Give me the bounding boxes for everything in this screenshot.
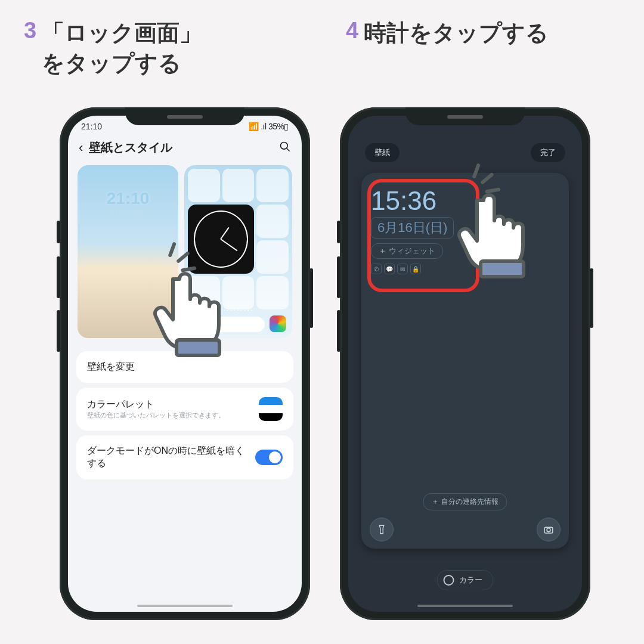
call-icon: ✆ — [371, 264, 382, 274]
lockscreen-editor: 壁紙 完了 15:36 6月16日(日) ウィジェット ✆ 💬 ✉ 🔒 自分の連… — [348, 116, 582, 612]
step4-text: 時計をタップする — [364, 18, 549, 48]
step3-number: 3 — [24, 18, 36, 44]
page-title: 壁紙とスタイル — [89, 140, 273, 156]
preview-clock-widget — [188, 205, 254, 274]
preview-widget-cell — [222, 169, 255, 202]
phone-left: 21:10 📶 .ıl 35%▯ ‹ 壁紙とスタイル 21:10 WEDNESD… — [60, 107, 310, 620]
dark-mode-label: ダークモードがONの時に壁紙を暗くする — [87, 445, 248, 470]
add-widget-button[interactable]: ウィジェット — [371, 243, 443, 259]
preview-widget-cell — [188, 169, 220, 202]
change-wallpaper-row[interactable]: 壁紙を変更 — [76, 351, 293, 383]
phone-right: 壁紙 完了 15:36 6月16日(日) ウィジェット ✆ 💬 ✉ 🔒 自分の連… — [340, 107, 590, 620]
palette-title: カラーパレット — [87, 398, 252, 411]
phone-side-button — [57, 310, 60, 352]
wallpaper-settings-screen: 21:10 📶 .ıl 35%▯ ‹ 壁紙とスタイル 21:10 WEDNESD… — [68, 116, 302, 612]
preview-widget-cell — [256, 169, 289, 202]
lock-icon: 🔒 — [410, 264, 421, 274]
preview-widget-cell — [222, 276, 255, 309]
svg-line-1 — [287, 148, 290, 151]
phone-side-button — [337, 221, 340, 243]
title-bar: ‹ 壁紙とスタイル — [68, 131, 302, 159]
preview-widget-cell — [188, 276, 220, 309]
clock-minute-hand — [220, 239, 237, 251]
lockscreen-canvas: 15:36 6月16日(日) ウィジェット ✆ 💬 ✉ 🔒 自分の連絡先情報 — [361, 173, 569, 549]
homescreen-preview[interactable]: • • • • • • • • • — [184, 165, 292, 338]
lockscreen-preview[interactable]: 21:10 WEDNESDAY — [78, 165, 178, 338]
search-icon[interactable] — [279, 141, 291, 155]
phone-side-button — [57, 256, 60, 298]
phone-side-button — [57, 221, 60, 243]
page-dots: • • • • • • • • • — [184, 308, 292, 312]
color-label: カラー — [459, 575, 482, 586]
contact-info-button[interactable]: 自分の連絡先情報 — [423, 493, 507, 510]
svg-point-3 — [547, 528, 550, 532]
done-button[interactable]: 完了 — [531, 143, 565, 162]
preview-widget-cell — [256, 240, 289, 274]
chat-icon: 💬 — [384, 264, 395, 274]
phone-side-button — [337, 310, 340, 352]
lockscreen-date[interactable]: 6月16日(日) — [371, 217, 454, 239]
home-indicator — [137, 605, 233, 607]
home-indicator — [417, 605, 513, 607]
status-time: 21:10 — [81, 122, 102, 131]
change-wallpaper-label: 壁紙を変更 — [87, 361, 283, 373]
preview-widget-cell — [256, 276, 289, 309]
status-right: 📶 .ıl 35%▯ — [249, 122, 289, 131]
palette-subtitle: 壁紙の色に基づいたパレットを選択できます。 — [87, 411, 252, 420]
preview-subtext: WEDNESDAY — [78, 209, 178, 215]
clock-hour-hand — [220, 227, 229, 240]
palette-swatch-icon — [259, 397, 283, 421]
wallpaper-button[interactable]: 壁紙 — [365, 143, 400, 162]
notch — [405, 107, 525, 125]
dark-mode-row: ダークモードがONの時に壁紙を暗くする — [76, 435, 293, 479]
color-palette-row[interactable]: カラーパレット 壁紙の色に基づいたパレットを選択できます。 — [76, 388, 293, 431]
svg-point-0 — [281, 142, 288, 149]
mail-icon: ✉ — [397, 264, 408, 274]
dark-mode-toggle[interactable] — [255, 450, 283, 465]
step4-heading: 4 時計をタップする — [322, 18, 644, 79]
preview-time: 21:10 — [78, 189, 178, 208]
step4-number: 4 — [346, 18, 358, 44]
wallpaper-previews: 21:10 WEDNESDAY • • • • • • • • • — [68, 159, 302, 346]
search-bar-mini — [190, 317, 265, 332]
notch — [125, 107, 244, 125]
palette-icon — [270, 315, 286, 332]
phone-side-button — [590, 268, 593, 328]
step3-heading: 3 「ロック画面」 をタップする — [0, 18, 322, 79]
phone-side-button — [337, 256, 340, 298]
phone-side-button — [309, 268, 313, 328]
back-icon[interactable]: ‹ — [79, 140, 83, 156]
lockscreen-time[interactable]: 15:36 — [371, 186, 559, 216]
flashlight-icon[interactable] — [370, 518, 394, 541]
widget-icon-row[interactable]: ✆ 💬 ✉ 🔒 — [371, 264, 559, 274]
camera-icon[interactable] — [537, 518, 561, 541]
preview-widget-cell — [256, 205, 289, 238]
color-ring-icon — [444, 575, 454, 586]
color-button[interactable]: カラー — [437, 570, 494, 590]
step3-text: 「ロック画面」 をタップする — [42, 18, 202, 79]
